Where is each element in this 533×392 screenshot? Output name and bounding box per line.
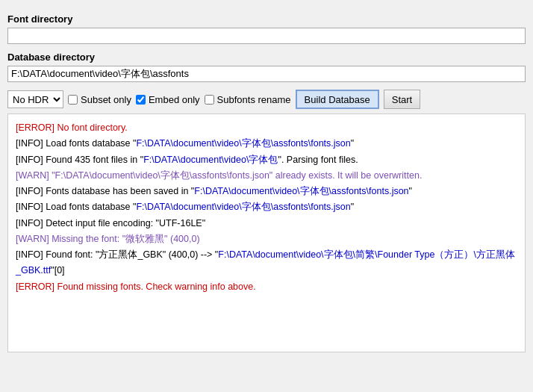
font-directory-input[interactable] — [7, 28, 526, 44]
log-line-7: [INFO] Load fonts database "F:\DATA\docu… — [16, 199, 517, 215]
hdr-dropdown-wrapper[interactable]: No HDR HDR HDR10 — [7, 90, 63, 108]
log-line-3: [INFO] Found 435 font files in "F:\DATA\… — [16, 152, 517, 168]
subset-only-label[interactable]: Subset only — [68, 94, 131, 105]
build-database-button[interactable]: Build Database — [296, 90, 379, 109]
subfonts-rename-text: Subfonts rename — [217, 94, 291, 105]
embed-only-text: Embed only — [149, 94, 200, 105]
log-line-10: [INFO] Found font: "方正黑体_GBK" (400,0) --… — [16, 247, 517, 279]
output-log-area: [ERROR] No font directory. [INFO] Load f… — [7, 113, 526, 352]
subset-only-text: Subset only — [81, 94, 131, 105]
log-line-0: [ERROR] No font directory. — [16, 120, 517, 136]
subfonts-rename-label[interactable]: Subfonts rename — [205, 94, 291, 105]
start-button[interactable]: Start — [384, 90, 420, 109]
subset-only-checkbox[interactable] — [68, 95, 78, 105]
main-container: Font directory Database directory No HDR… — [0, 0, 533, 360]
database-directory-label: Database directory — [7, 52, 526, 63]
log-line-8: [INFO] Detect input file encoding: "UTF-… — [16, 216, 517, 231]
log-line-2: [INFO] Load fonts database "F:\DATA\docu… — [16, 136, 517, 152]
log-line-5: [INFO] Fonts database has been saved in … — [16, 184, 517, 199]
embed-only-label[interactable]: Embed only — [136, 94, 200, 105]
embed-only-checkbox[interactable] — [136, 95, 146, 105]
database-directory-input[interactable] — [7, 66, 526, 82]
hdr-select[interactable]: No HDR HDR HDR10 — [8, 91, 63, 108]
log-line-11: [ERROR] Found missing fonts. Check warni… — [16, 279, 517, 295]
toolbar-row: No HDR HDR HDR10 Subset only Embed only … — [7, 90, 526, 109]
subfonts-rename-checkbox[interactable] — [205, 95, 214, 105]
font-directory-label: Font directory — [7, 13, 526, 25]
log-line-9: [WARN] Missing the font: "微软雅黑" (400,0) — [16, 231, 517, 247]
log-line-4: [WARN] "F:\DATA\document\video\字体包\assfo… — [16, 168, 517, 184]
